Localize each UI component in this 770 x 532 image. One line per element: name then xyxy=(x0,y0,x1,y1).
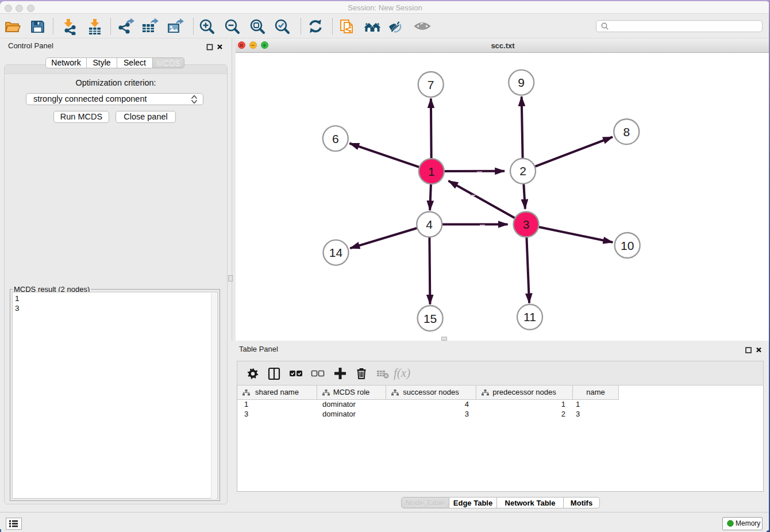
svg-text:15: 15 xyxy=(424,312,437,325)
svg-text:8: 8 xyxy=(623,125,630,138)
svg-text:9: 9 xyxy=(518,76,525,89)
svg-text:10: 10 xyxy=(621,239,634,252)
svg-text:14: 14 xyxy=(329,246,343,259)
svg-text:7: 7 xyxy=(428,78,434,91)
svg-text:6: 6 xyxy=(332,132,339,145)
svg-text:2: 2 xyxy=(519,164,526,178)
svg-text:11: 11 xyxy=(523,310,536,323)
svg-text:3: 3 xyxy=(523,218,530,231)
svg-text:4: 4 xyxy=(426,218,433,231)
svg-text:1: 1 xyxy=(428,165,435,178)
